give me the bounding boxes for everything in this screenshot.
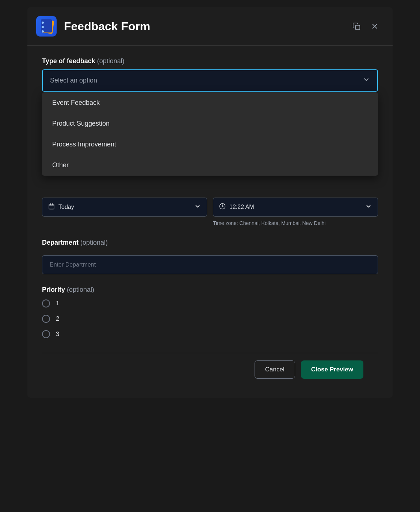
priority-option-2[interactable]: 2 xyxy=(42,315,378,323)
time-field: 12:22 AM Time zone: Chennai, Kolkata, Mu… xyxy=(213,198,378,227)
feedback-type-dropdown[interactable]: Select an option xyxy=(42,69,378,92)
department-label: Department (optional) xyxy=(42,239,378,247)
radio-circle-3 xyxy=(42,330,50,338)
modal-header: Feedback Form xyxy=(27,7,393,46)
date-chevron-icon xyxy=(194,203,201,211)
option-product-suggestion[interactable]: Product Suggestion xyxy=(42,113,378,134)
svg-rect-3 xyxy=(49,204,54,209)
priority-radio-group: 1 2 3 xyxy=(42,299,378,338)
priority-label-3: 3 xyxy=(56,330,59,338)
option-event-feedback[interactable]: Event Feedback xyxy=(42,92,378,113)
modal-footer: Cancel Close Preview xyxy=(42,353,378,386)
modal-content: Type of feedback (optional) Select an op… xyxy=(27,46,393,398)
page-title: Feedback Form xyxy=(64,20,350,33)
clock-icon xyxy=(219,203,226,211)
feedback-type-label: Type of feedback (optional) xyxy=(42,57,378,65)
date-value: Today xyxy=(58,204,74,210)
option-other[interactable]: Other xyxy=(42,155,378,176)
copy-button[interactable] xyxy=(350,20,363,33)
modal-container: Feedback Form Type of feedback (optional… xyxy=(27,7,393,398)
department-section: Department (optional) xyxy=(42,239,378,274)
time-select[interactable]: 12:22 AM xyxy=(213,198,378,217)
chevron-down-icon xyxy=(363,76,370,85)
priority-label-1: 1 xyxy=(56,300,59,307)
priority-option-3[interactable]: 3 xyxy=(42,330,378,338)
department-input[interactable] xyxy=(42,255,378,274)
header-actions xyxy=(350,20,381,33)
calendar-icon xyxy=(48,203,55,211)
date-select[interactable]: Today xyxy=(42,198,207,217)
priority-label-2: 2 xyxy=(56,315,59,322)
close-button[interactable] xyxy=(369,20,381,33)
priority-option-1[interactable]: 1 xyxy=(42,299,378,307)
time-value: 12:22 AM xyxy=(229,204,254,210)
priority-label: Priority (optional) xyxy=(42,286,378,294)
radio-circle-2 xyxy=(42,315,50,323)
timezone-note: Time zone: Chennai, Kolkata, Mumbai, New… xyxy=(213,219,378,227)
radio-circle-1 xyxy=(42,299,50,307)
dropdown-placeholder: Select an option xyxy=(50,77,97,84)
time-chevron-icon xyxy=(365,203,372,211)
option-process-improvement[interactable]: Process Improvement xyxy=(42,134,378,155)
date-time-row: Today xyxy=(42,198,378,227)
svg-rect-0 xyxy=(355,25,360,30)
date-field: Today xyxy=(42,198,207,227)
time-select-content: 12:22 AM xyxy=(219,203,254,211)
close-preview-button[interactable]: Close Preview xyxy=(301,360,363,379)
feedback-type-dropdown-wrapper: Select an option Event Feedback Product … xyxy=(42,69,378,92)
cancel-button[interactable]: Cancel xyxy=(255,360,295,379)
date-select-content: Today xyxy=(48,203,74,211)
app-icon xyxy=(36,16,57,37)
priority-section: Priority (optional) 1 2 3 xyxy=(42,286,378,338)
feedback-type-menu: Event Feedback Product Suggestion Proces… xyxy=(42,92,378,176)
